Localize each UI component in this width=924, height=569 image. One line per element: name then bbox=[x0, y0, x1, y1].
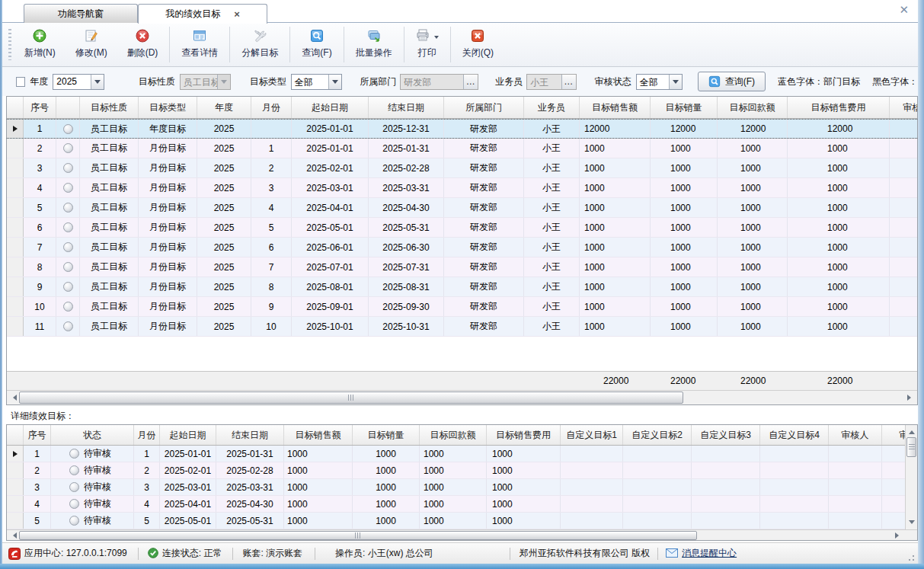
col-header-c4[interactable]: 自定义目标4 bbox=[760, 425, 829, 445]
close-button[interactable]: 关闭(Q) bbox=[452, 23, 504, 66]
col-header-type[interactable]: 目标类型 bbox=[139, 97, 197, 118]
col-header-sel[interactable] bbox=[7, 97, 24, 118]
cell-expense: 1000 bbox=[487, 462, 561, 478]
toolbar-grip[interactable] bbox=[8, 29, 11, 60]
table-row[interactable]: 1待审核12025-01-012025-01-31100010001000100… bbox=[7, 446, 917, 462]
scrollbar-thumb[interactable] bbox=[19, 531, 697, 540]
year-checkbox[interactable] bbox=[16, 77, 25, 87]
col-header-month[interactable]: 月份 bbox=[134, 425, 160, 445]
table-row[interactable]: 5待审核52025-05-012025-05-31100010001000100… bbox=[7, 513, 917, 529]
col-header-end[interactable]: 结束日期 bbox=[369, 97, 444, 118]
col-header-c3[interactable]: 自定义目标3 bbox=[692, 425, 760, 445]
col-header-salesman[interactable]: 业务员 bbox=[524, 97, 580, 118]
add-button[interactable]: 新增(N) bbox=[14, 23, 66, 66]
scroll-left-button[interactable] bbox=[7, 391, 20, 404]
scroll-down-button[interactable] bbox=[906, 518, 917, 529]
col-header-end[interactable]: 结束日期 bbox=[216, 425, 284, 445]
print-dropdown-icon[interactable] bbox=[434, 36, 439, 41]
col-header-start[interactable]: 起始日期 bbox=[160, 425, 216, 445]
col-header-payment[interactable]: 目标回款额 bbox=[420, 425, 487, 445]
col-header-start[interactable]: 起始日期 bbox=[292, 97, 369, 118]
col-header-payment[interactable]: 目标回款额 bbox=[718, 97, 788, 118]
chevron-down-icon[interactable] bbox=[91, 75, 104, 89]
cell-sales: 1000 bbox=[580, 198, 651, 217]
col-header-month[interactable]: 月份 bbox=[251, 97, 292, 118]
app-center-text: 应用中心: 127.0.0.1:7099 bbox=[24, 547, 127, 560]
cell-qty: 1000 bbox=[651, 178, 718, 197]
table-row[interactable]: 3待审核32025-03-012025-03-31100010001000100… bbox=[7, 479, 917, 496]
scroll-up-button[interactable] bbox=[906, 425, 917, 436]
query-button[interactable]: 查询(F) bbox=[292, 23, 341, 66]
chevron-down-icon[interactable] bbox=[669, 75, 682, 89]
col-header-c2[interactable]: 自定义目标2 bbox=[623, 425, 692, 445]
col-header-nature[interactable]: 目标性质 bbox=[80, 97, 139, 118]
scrollbar-thumb[interactable] bbox=[19, 392, 683, 404]
scroll-right-button[interactable] bbox=[904, 391, 917, 404]
scroll-right-button[interactable] bbox=[892, 530, 905, 541]
table-row[interactable]: 5员工目标月份目标202542025-04-012025-04-30研发部小王1… bbox=[7, 198, 917, 218]
cell-sel bbox=[7, 198, 24, 217]
horizontal-scrollbar[interactable] bbox=[7, 390, 917, 404]
year-select[interactable]: 2025 bbox=[53, 74, 104, 90]
filter-query-button[interactable]: 查询(F) bbox=[698, 72, 766, 91]
cell-payment: 1000 bbox=[420, 479, 487, 495]
cell-salesman: 小王 bbox=[524, 218, 580, 237]
col-header-auditor[interactable]: 审核人 bbox=[829, 425, 882, 445]
table-row[interactable]: 6员工目标月份目标202552025-05-012025-05-31研发部小王1… bbox=[7, 218, 917, 238]
edit-button[interactable]: 修改(M) bbox=[66, 23, 117, 66]
table-row[interactable]: 3员工目标月份目标202522025-02-012025-02-28研发部小王1… bbox=[7, 158, 917, 178]
operator-text: 操作员: 小王(xw) 总公司 bbox=[335, 547, 433, 560]
print-button[interactable]: 打印 bbox=[406, 23, 449, 66]
message-center-link[interactable]: 消息提醒中心 bbox=[682, 547, 737, 560]
vertical-scrollbar[interactable] bbox=[905, 425, 917, 529]
decompose-goal-button[interactable]: 分解目标 bbox=[232, 23, 288, 66]
search-icon bbox=[708, 75, 721, 88]
scrollbar-thumb[interactable] bbox=[906, 437, 916, 457]
col-header-sel[interactable] bbox=[7, 425, 24, 445]
chevron-down-icon[interactable] bbox=[328, 75, 341, 89]
scroll-left-button[interactable] bbox=[7, 530, 20, 541]
horizontal-scrollbar[interactable] bbox=[7, 529, 917, 541]
col-header-seq[interactable]: 序号 bbox=[24, 425, 51, 445]
col-header-status[interactable]: 状态 bbox=[51, 425, 134, 445]
view-details-button[interactable]: 查看详情 bbox=[171, 23, 228, 66]
cell-start: 2025-01-01 bbox=[292, 120, 369, 138]
table-row[interactable]: 11员工目标月份目标2025102025-10-012025-10-31研发部小… bbox=[7, 317, 917, 337]
tab-my-performance-goals[interactable]: 我的绩效目标 × bbox=[138, 4, 267, 24]
resize-grip[interactable] bbox=[907, 554, 915, 561]
table-row[interactable]: 10员工目标月份目标202592025-09-012025-09-30研发部小王… bbox=[7, 297, 917, 317]
tab-close-icon[interactable]: × bbox=[234, 9, 240, 19]
col-header-qty[interactable]: 目标销量 bbox=[353, 425, 420, 445]
table-row[interactable]: 4员工目标月份目标202532025-03-012025-03-31研发部小王1… bbox=[7, 178, 917, 198]
tools-icon bbox=[253, 28, 267, 43]
audit-status-select[interactable]: 全部 bbox=[636, 74, 683, 90]
col-header-qty[interactable]: 目标销量 bbox=[651, 97, 718, 118]
col-header-sales[interactable]: 目标销售额 bbox=[284, 425, 353, 445]
tab-function-navigation[interactable]: 功能导航窗 bbox=[24, 4, 138, 23]
department-ellipsis-button[interactable]: … bbox=[463, 75, 478, 89]
col-header-seq[interactable]: 序号 bbox=[24, 97, 56, 118]
summary-cell-expense: 22000 bbox=[788, 372, 890, 390]
goal-type-select[interactable]: 全部 bbox=[291, 74, 342, 90]
col-header-expense[interactable]: 目标销售费用 bbox=[788, 97, 890, 118]
table-row[interactable]: 1员工目标年度目标20252025-01-012025-12-31研发部小王12… bbox=[7, 119, 917, 139]
delete-button[interactable]: 删除(D) bbox=[117, 23, 168, 66]
col-header-dept[interactable]: 所属部门 bbox=[444, 97, 524, 118]
table-row[interactable]: 2待审核22025-02-012025-02-28100010001000100… bbox=[7, 462, 917, 479]
cell-expense: 1000 bbox=[487, 496, 561, 512]
salesman-ellipsis-button[interactable]: … bbox=[561, 75, 576, 89]
table-row[interactable]: 7员工目标月份目标202562025-06-012025-06-30研发部小王1… bbox=[7, 238, 917, 257]
col-header-icon[interactable] bbox=[56, 97, 80, 118]
col-header-year[interactable]: 年度 bbox=[197, 97, 251, 118]
col-header-audit[interactable]: 审核 bbox=[890, 97, 918, 118]
table-row[interactable]: 8员工目标月份目标202572025-07-012025-07-31研发部小王1… bbox=[7, 257, 917, 277]
col-header-sales[interactable]: 目标销售额 bbox=[580, 97, 651, 118]
table-row[interactable]: 2员工目标月份目标202512025-01-012025-01-31研发部小王1… bbox=[7, 139, 917, 158]
col-header-c1[interactable]: 自定义目标1 bbox=[561, 425, 623, 445]
table-row[interactable]: 9员工目标月份目标202582025-08-012025-08-31研发部小王1… bbox=[7, 277, 917, 297]
window-close-icon[interactable]: ✕ bbox=[899, 3, 909, 17]
table-row[interactable]: 4待审核42025-04-012025-04-30100010001000100… bbox=[7, 496, 917, 513]
current-row-arrow-icon bbox=[13, 126, 18, 132]
col-header-expense[interactable]: 目标销售费用 bbox=[487, 425, 561, 445]
batch-operation-button[interactable]: 批量操作 bbox=[346, 23, 402, 66]
